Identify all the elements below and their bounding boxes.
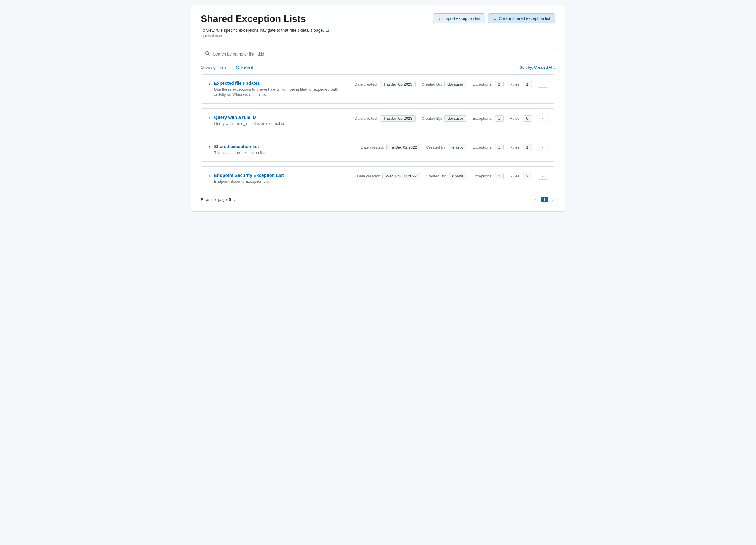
sort-button[interactable]: Sort by: Created At ↓: [520, 65, 555, 69]
exceptions-count: 2: [495, 173, 504, 179]
exceptions-label: Exceptions:: [472, 116, 492, 121]
exceptions-item: Exceptions: 2: [472, 81, 504, 87]
exception-list-cards: Expected file updates Use these exceptio…: [201, 74, 555, 190]
created-by-item: Created By: elastic: [426, 144, 466, 150]
created-by-item: Created By: docsuser: [422, 81, 466, 87]
page-nav: ‹ 1 ›: [533, 196, 555, 203]
list-controls: Showing 4 lists | Refresh Sort by: Creat…: [201, 65, 555, 69]
created-by-label: Created By:: [422, 116, 442, 121]
exceptions-item: Exceptions: 1: [472, 144, 504, 150]
card-meta: Date created: Thu Jan 05 2023 Created By…: [355, 80, 548, 88]
next-page-button[interactable]: ›: [550, 196, 555, 203]
page-title: Shared Exception Lists: [201, 13, 306, 24]
date-created-value: Thu Jan 05 2023: [380, 81, 416, 87]
create-shared-exception-list-button[interactable]: ⌄ Create shared exception list: [488, 13, 555, 23]
header-actions: ⇓ Import exception list ⌄ Create shared …: [433, 13, 555, 23]
created-by-label: Created By:: [426, 174, 446, 178]
search-icon: [205, 51, 210, 57]
subtitle: To view rule specific exceptions navigat…: [201, 28, 555, 33]
expand-button[interactable]: [208, 144, 211, 150]
created-by-label: Created By:: [426, 145, 447, 149]
more-actions-button[interactable]: ···: [538, 115, 548, 122]
rows-per-page[interactable]: Rows per page: 5 ⌄: [201, 197, 236, 202]
card-title-section: Expected file updates Use these exceptio…: [214, 80, 351, 97]
card-title[interactable]: Shared exception list: [214, 144, 357, 149]
date-created-item: Date created: Wed Nov 30 2022: [357, 173, 420, 179]
created-by-value: elastic: [449, 144, 466, 150]
chevron-down-icon: ⌄: [233, 197, 236, 202]
page-container: Shared Exception Lists ⇓ Import exceptio…: [191, 5, 565, 211]
card-header: Expected file updates Use these exceptio…: [208, 80, 548, 97]
more-actions-button[interactable]: ···: [538, 144, 548, 151]
date-created-value: Wed Nov 30 2022: [382, 173, 420, 179]
pagination: Rows per page: 5 ⌄ ‹ 1 ›: [201, 196, 555, 203]
exceptions-label: Exceptions:: [472, 145, 492, 149]
search-bar: [201, 48, 555, 60]
divider: [201, 43, 555, 43]
exception-card: Shared exception list This is a shared e…: [201, 138, 555, 162]
card-meta: Date created: Fri Dec 02 2022 Created By…: [361, 144, 548, 151]
card-title-section: Endpoint Security Exception List Endpoin…: [214, 173, 353, 184]
exception-card: Endpoint Security Exception List Endpoin…: [201, 166, 555, 190]
more-actions-button[interactable]: ···: [538, 173, 548, 180]
current-page[interactable]: 1: [541, 197, 548, 202]
created-by-value: kibana: [449, 173, 466, 179]
card-description: Use these exceptions to prevent alerts f…: [214, 87, 351, 97]
created-by-value: docsuser: [444, 81, 466, 87]
rules-item: Rules: 1: [510, 144, 532, 150]
card-title[interactable]: Endpoint Security Exception List: [214, 173, 353, 178]
exceptions-count: 2: [495, 81, 504, 87]
prev-page-button[interactable]: ‹: [533, 196, 538, 203]
created-by-item: Created By: docsuser: [422, 115, 466, 121]
rules-label: Rules:: [510, 82, 521, 86]
card-description: Query with a rule_id that is an external…: [214, 121, 351, 126]
rules-count: 1: [523, 81, 532, 87]
date-created-label: Date created:: [361, 145, 384, 149]
search-input[interactable]: [213, 52, 551, 56]
chevron-right-icon: [208, 146, 211, 148]
card-header: Endpoint Security Exception List Endpoin…: [208, 173, 548, 184]
exception-card: Expected file updates Use these exceptio…: [201, 74, 555, 104]
rules-count: 2: [523, 173, 532, 179]
card-title[interactable]: Query with a rule ID: [214, 115, 351, 120]
exceptions-item: Exceptions: 2: [472, 173, 504, 179]
exceptions-label: Exceptions:: [472, 82, 492, 86]
rules-label: Rules:: [510, 145, 521, 149]
expand-button[interactable]: [208, 173, 211, 179]
import-exception-list-button[interactable]: ⇓ Import exception list: [433, 13, 485, 23]
created-by-item: Created By: kibana: [426, 173, 466, 179]
card-left: Expected file updates Use these exceptio…: [208, 80, 351, 97]
card-left: Shared exception list This is a shared e…: [208, 144, 357, 155]
chevron-right-icon: [208, 82, 211, 85]
date-created-label: Date created:: [357, 174, 380, 178]
list-controls-left: Showing 4 lists | Refresh: [201, 65, 254, 69]
card-meta: Date created: Thu Jan 05 2023 Created By…: [355, 115, 548, 122]
external-link[interactable]: [326, 29, 329, 32]
card-title[interactable]: Expected file updates: [214, 80, 351, 86]
more-actions-button[interactable]: ···: [538, 80, 548, 88]
rules-item: Rules: 0: [510, 115, 532, 121]
created-by-value: docsuser: [444, 115, 466, 121]
rules-item: Rules: 2: [510, 173, 532, 179]
card-meta: Date created: Wed Nov 30 2022 Created By…: [357, 173, 548, 180]
rules-label: Rules:: [510, 174, 521, 178]
rules-label: Rules:: [510, 116, 521, 121]
created-by-label: Created By:: [422, 82, 442, 86]
svg-line-1: [208, 54, 209, 55]
chevron-right-icon: [208, 116, 211, 119]
expand-button[interactable]: [208, 81, 211, 87]
expand-button[interactable]: [208, 115, 211, 121]
date-created-item: Date created: Fri Dec 02 2022: [361, 144, 420, 150]
date-created-label: Date created:: [355, 116, 378, 121]
chevron-down-icon: ⌄: [493, 16, 497, 21]
card-description: This is a shared exception list: [214, 150, 357, 155]
exception-card: Query with a rule ID Query with a rule_i…: [201, 108, 555, 132]
card-header: Shared exception list This is a shared e…: [208, 144, 548, 155]
chevron-right-icon: [208, 174, 211, 177]
date-created-value: Thu Jan 05 2023: [380, 115, 416, 121]
external-link-icon: [326, 29, 329, 32]
refresh-icon: [236, 65, 240, 69]
import-icon: ⇓: [438, 16, 442, 21]
refresh-button[interactable]: Refresh: [236, 65, 254, 69]
exceptions-label: Exceptions:: [472, 174, 492, 178]
